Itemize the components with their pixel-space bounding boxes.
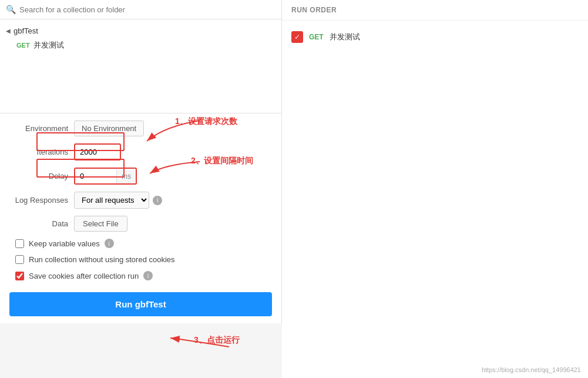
log-select-wrap: For all requests i	[74, 192, 162, 209]
save-cookies-row: Save cookies after collection run i	[9, 271, 272, 280]
data-label: Data	[9, 219, 68, 228]
search-bar: 🔍	[0, 0, 281, 19]
select-file-button[interactable]: Select File	[74, 216, 127, 232]
data-row: Data Select File	[9, 216, 272, 232]
search-icon: 🔍	[6, 5, 16, 14]
log-label: Log Responses	[9, 196, 68, 205]
delay-label: Delay	[9, 172, 68, 180]
annotation3-text: 3、点击运行	[194, 335, 240, 346]
delay-row: Delay ms	[9, 168, 272, 185]
save-cookies-label: Save cookies after collection run	[29, 272, 139, 280]
log-responses-row: Log Responses For all requests i	[9, 192, 272, 209]
request-name: 并发测试	[33, 40, 64, 51]
folder-row[interactable]: ◀ gbfTest	[6, 24, 275, 38]
folder-arrow-icon: ◀	[6, 28, 11, 34]
iterations-label: Iterations	[9, 148, 68, 156]
environment-button[interactable]: No Environment	[74, 121, 144, 136]
log-select[interactable]: For all requests	[74, 192, 149, 209]
keep-variable-info-icon[interactable]: i	[105, 239, 114, 248]
save-cookies-checkbox[interactable]	[15, 272, 24, 280]
search-input[interactable]	[19, 5, 275, 14]
folder-name: gbfTest	[14, 26, 38, 35]
run-without-cookies-label: Run collection without using stored cook…	[29, 255, 175, 264]
run-button[interactable]: Run gbfTest	[9, 292, 272, 316]
run-order-header: RUN ORDER	[282, 0, 588, 21]
delay-input[interactable]	[75, 169, 116, 183]
save-cookies-info-icon[interactable]: i	[143, 271, 153, 280]
form-section: Environment No Environment Iterations De…	[0, 113, 281, 287]
watermark: https://blog.csdn.net/qq_14996421	[282, 362, 588, 378]
run-order-method: GET	[309, 33, 324, 41]
right-panel: RUN ORDER ✓ GET 并发测试 https://blog.csdn.n…	[282, 0, 588, 378]
run-order-list: ✓ GET 并发测试	[282, 21, 588, 362]
collection-tree: ◀ gbfTest GET 并发测试	[0, 19, 281, 113]
request-row[interactable]: GET 并发测试	[6, 38, 275, 53]
run-order-item: ✓ GET 并发测试	[291, 28, 579, 46]
iterations-input[interactable]	[74, 143, 121, 160]
environment-label: Environment	[9, 124, 68, 133]
annotation3-arrow	[147, 326, 264, 356]
delay-input-wrap: ms	[74, 168, 137, 185]
run-order-checkbox[interactable]: ✓	[291, 31, 303, 43]
run-order-name: 并发测试	[330, 32, 360, 42]
keep-variable-checkbox[interactable]	[15, 239, 24, 248]
environment-row: Environment No Environment	[9, 121, 272, 136]
method-badge: GET	[16, 42, 30, 49]
delay-unit: ms	[116, 169, 136, 183]
keep-variable-label: Keep variable values	[29, 239, 100, 248]
run-without-cookies-checkbox[interactable]	[15, 255, 24, 264]
run-without-cookies-row: Run collection without using stored cook…	[9, 255, 272, 264]
log-info-icon[interactable]: i	[153, 196, 162, 205]
keep-variable-row: Keep variable values i	[9, 239, 272, 248]
iterations-row: Iterations	[9, 143, 272, 160]
